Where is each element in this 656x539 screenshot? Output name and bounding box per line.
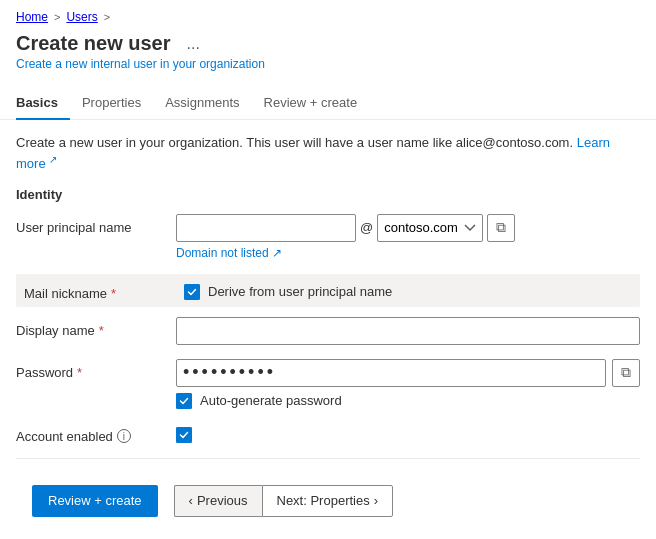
prev-chevron-icon: ‹ (189, 493, 193, 508)
breadcrumb-home[interactable]: Home (16, 10, 48, 24)
display-name-required: * (99, 323, 104, 338)
display-name-row: Display name * (16, 317, 640, 345)
upn-control: @ contoso.com ⧉ Domain not listed ↗ (176, 214, 640, 260)
password-required: * (77, 365, 82, 380)
info-text: Create a new user in your organization. … (16, 134, 640, 173)
upn-row: User principal name @ contoso.com ⧉ Doma… (16, 214, 640, 260)
upn-label: User principal name (16, 214, 176, 235)
at-sign: @ (360, 220, 373, 235)
domain-not-listed-link[interactable]: Domain not listed ↗ (176, 246, 640, 260)
auto-generate-checkbox[interactable] (176, 393, 192, 409)
upn-copy-button[interactable]: ⧉ (487, 214, 515, 242)
password-copy-button[interactable]: ⧉ (612, 359, 640, 387)
page-title: Create new user (16, 32, 171, 55)
domain-external-icon: ↗ (272, 246, 282, 260)
mail-nickname-control: Derive from user principal name (184, 280, 632, 300)
password-input[interactable] (176, 359, 606, 387)
copy-icon: ⧉ (496, 219, 506, 236)
content-area: Create a new user in your organization. … (0, 120, 656, 539)
mail-nickname-required: * (111, 286, 116, 301)
account-enabled-control (176, 423, 640, 443)
nav-button-group: ‹ Previous Next: Properties › (174, 485, 393, 517)
tab-bar: Basics Properties Assignments Review + c… (0, 87, 656, 120)
tab-basics[interactable]: Basics (16, 87, 70, 120)
external-link-icon: ↗ (49, 153, 57, 164)
tab-properties[interactable]: Properties (70, 87, 153, 120)
breadcrumb-sep2: > (104, 11, 110, 23)
account-enabled-checkbox[interactable] (176, 427, 192, 443)
upn-input[interactable] (176, 214, 356, 242)
breadcrumb: Home > Users > (0, 0, 656, 28)
account-enabled-row: Account enabled i (16, 423, 640, 444)
mail-nickname-label: Mail nickname * (24, 280, 184, 301)
password-control: ⧉ Auto-generate password (176, 359, 640, 409)
footer-actions: Review + create ‹ Previous Next: Propert… (16, 475, 640, 527)
previous-button[interactable]: ‹ Previous (174, 485, 262, 517)
page-header: Create new user ... Create a new interna… (0, 28, 656, 79)
next-chevron-icon: › (374, 493, 378, 508)
mail-nickname-row: Mail nickname * Derive from user princip… (16, 274, 640, 307)
display-name-input[interactable] (176, 317, 640, 345)
next-button[interactable]: Next: Properties › (262, 485, 394, 517)
breadcrumb-users[interactable]: Users (66, 10, 97, 24)
derive-checkbox[interactable] (184, 284, 200, 300)
account-enabled-label: Account enabled i (16, 423, 176, 444)
password-copy-icon: ⧉ (621, 364, 631, 381)
auto-generate-label: Auto-generate password (200, 393, 342, 408)
derive-label: Derive from user principal name (208, 284, 392, 299)
breadcrumb-sep1: > (54, 11, 60, 23)
tab-review-create[interactable]: Review + create (252, 87, 370, 120)
review-create-button[interactable]: Review + create (32, 485, 158, 517)
footer-divider (16, 458, 640, 459)
display-name-label: Display name * (16, 317, 176, 338)
password-label: Password * (16, 359, 176, 380)
identity-section-title: Identity (16, 187, 640, 202)
page-subtitle: Create a new internal user in your organ… (16, 57, 640, 71)
ellipsis-button[interactable]: ... (181, 33, 206, 55)
tab-assignments[interactable]: Assignments (153, 87, 251, 120)
domain-select[interactable]: contoso.com (377, 214, 483, 242)
account-enabled-info-icon: i (117, 429, 131, 443)
password-row: Password * ⧉ Auto-generate password (16, 359, 640, 409)
display-name-control (176, 317, 640, 345)
domain-select-wrap: contoso.com ⧉ (377, 214, 515, 242)
